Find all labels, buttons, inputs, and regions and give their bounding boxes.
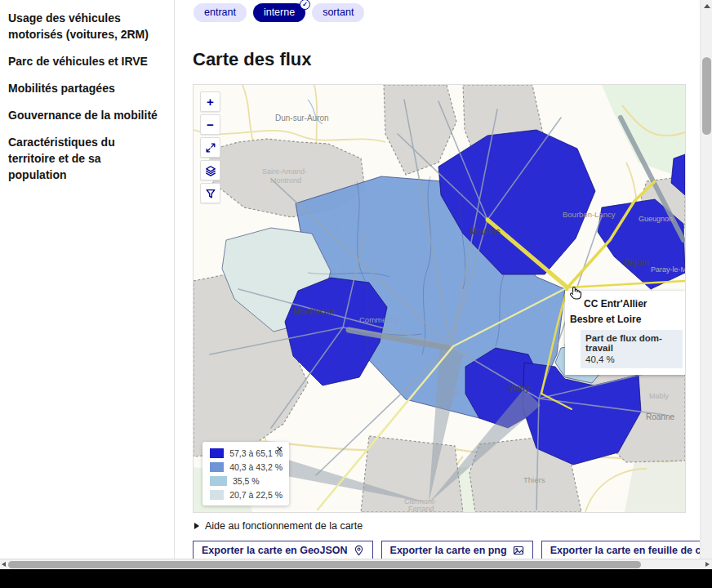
disclosure-arrow-icon xyxy=(194,523,199,529)
layers-icon xyxy=(205,165,216,176)
map-label: Moulins xyxy=(469,227,501,236)
sidebar-item-mobilites-partagees[interactable]: Mobilités partagées xyxy=(8,80,162,96)
legend-swatch xyxy=(210,462,224,472)
flow-direction-tabs: entrant interne ✓ sortant xyxy=(194,3,364,22)
legend-item: 35,5 % xyxy=(210,476,283,486)
map-label: Dun-sur-Auron xyxy=(275,114,329,122)
sidebar-item-gouvernance[interactable]: Gouvernance de la mobilité xyxy=(8,107,162,123)
sidebar-item-usage-vehicules[interactable]: Usage des véhicules motorisés (voitures,… xyxy=(8,10,162,42)
scroll-right-arrow-icon[interactable] xyxy=(705,562,710,567)
filter-icon xyxy=(205,188,216,199)
map-help-toggle[interactable]: Aide au fonctionnement de la carte xyxy=(194,520,363,532)
scroll-up-arrow-icon[interactable] xyxy=(704,4,710,8)
selected-check-icon: ✓ xyxy=(300,0,310,10)
legend-swatch xyxy=(210,448,224,458)
map-label: Ferrand xyxy=(408,505,434,512)
map-label: Bourbon-Lancy xyxy=(563,210,616,219)
vertical-scrollbar-thumb[interactable] xyxy=(702,57,711,135)
map-label: Montrond xyxy=(270,176,301,185)
page-title: Carte des flux xyxy=(193,49,312,70)
page: Usage des véhicules motorisés (voitures,… xyxy=(0,0,712,569)
zoom-out-button[interactable]: − xyxy=(200,114,220,135)
tooltip-metric: Part de flux dom-travail 40,4 % xyxy=(581,330,683,368)
tab-sortant[interactable]: sortant xyxy=(312,3,364,22)
map-label: Roanne xyxy=(646,412,674,421)
legend-item: 40,3 à 43,2 % xyxy=(210,462,283,472)
flow-map[interactable]: Dun-sur-Auron Saint-Amand- Montrond Moul… xyxy=(193,84,686,513)
map-controls: + − xyxy=(200,91,220,206)
sidebar-item-caracteristiques[interactable]: Caractéristiques du territoire et de sa … xyxy=(8,134,162,183)
tab-interne[interactable]: interne ✓ xyxy=(253,3,305,22)
sidebar: Usage des véhicules motorisés (voitures,… xyxy=(0,0,175,569)
image-icon xyxy=(513,545,524,556)
fullscreen-icon xyxy=(205,142,216,154)
map-label: Montluçon xyxy=(293,307,335,316)
scroll-left-arrow-icon[interactable] xyxy=(2,562,6,567)
horizontal-scrollbar-thumb[interactable] xyxy=(8,561,641,568)
fullscreen-button[interactable] xyxy=(200,137,220,158)
sidebar-item-parc-vehicules[interactable]: Parc de véhicules et IRVE xyxy=(8,53,162,69)
horizontal-scrollbar[interactable] xyxy=(0,559,712,569)
map-label: Digoin xyxy=(624,258,649,267)
legend-swatch xyxy=(210,476,227,486)
map-tooltip: CC Entr'Allier Besbre et Loire Part de f… xyxy=(565,291,685,375)
map-label: Mably xyxy=(649,392,670,400)
layers-button[interactable] xyxy=(200,160,220,180)
map-legend: ✕ 57,3 à 65,1 % 40,3 à 43,2 % 35,5 % 20,… xyxy=(202,442,289,506)
map-label: Vichy xyxy=(508,384,530,393)
tooltip-title: CC Entr'Allier Besbre et Loire xyxy=(570,296,683,327)
map-label: Thiers xyxy=(523,475,545,484)
tab-entrant[interactable]: entrant xyxy=(194,3,247,22)
map-help-label: Aide au fonctionnement de la carte xyxy=(205,520,363,532)
map-pin-icon xyxy=(354,545,364,556)
map-label: Paray-le-M xyxy=(651,265,685,274)
map-label: Saint-Amand- xyxy=(262,167,307,176)
map-label: Gueugnon xyxy=(639,215,673,223)
vertical-scrollbar[interactable] xyxy=(700,0,712,559)
legend-close-icon[interactable]: ✕ xyxy=(276,444,283,455)
legend-item: 20,7 à 22,5 % xyxy=(210,490,283,500)
filter-button[interactable] xyxy=(200,183,220,203)
map-label: Gannat xyxy=(434,389,461,398)
zoom-in-button[interactable]: + xyxy=(200,91,220,112)
hand-cursor-icon xyxy=(568,286,583,301)
map-label: Commentry xyxy=(359,315,399,324)
legend-item: 57,3 à 65,1 % xyxy=(210,448,283,458)
legend-swatch xyxy=(210,490,224,500)
